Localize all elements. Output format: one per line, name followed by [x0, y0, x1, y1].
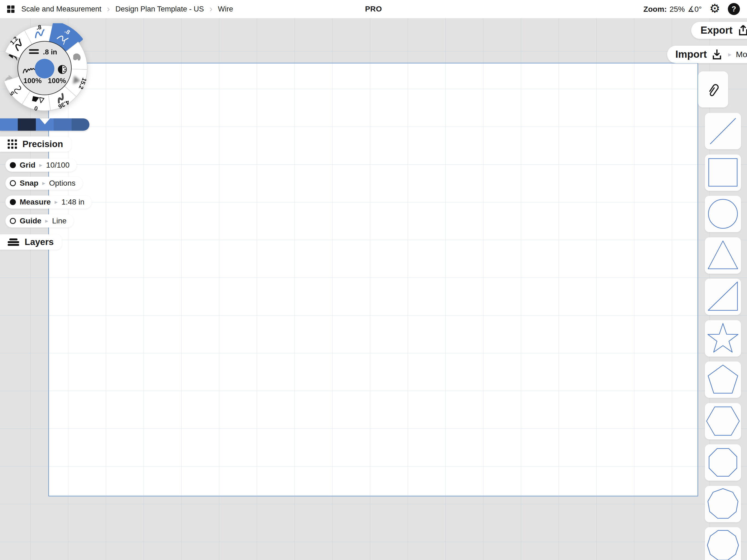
- shape-tool-star[interactable]: [705, 320, 741, 357]
- page-boundary: [48, 63, 698, 496]
- shape-tool-octagon[interactable]: [705, 444, 741, 481]
- status-dot-off-icon[interactable]: [10, 218, 16, 224]
- import-label: Import: [675, 49, 707, 60]
- triangle-icon: [708, 241, 738, 269]
- selected-color-notch-icon: [40, 119, 50, 124]
- wheel-segment-label: .8: [36, 24, 42, 31]
- more-button[interactable]: More: [736, 50, 747, 59]
- shape-tool-right-triangle[interactable]: [705, 279, 741, 315]
- precision-row-snap[interactable]: Snap▸Options: [5, 177, 83, 190]
- chevron-right-icon: ›: [107, 5, 110, 12]
- chevron-right-icon: ▸: [40, 162, 42, 168]
- row-value[interactable]: Options: [49, 179, 76, 187]
- breadcrumb-item[interactable]: Scale and Measurement: [21, 5, 101, 14]
- chevron-right-icon: ▸: [45, 218, 48, 224]
- import-download-icon: [711, 48, 723, 60]
- breadcrumb: Scale and Measurement›Design Plan Templa…: [7, 5, 233, 14]
- drawing-canvas[interactable]: 1.2.8.815.24.3605 .8 in 100% 100% Precis…: [0, 18, 747, 560]
- brush-size-value[interactable]: .8 in: [43, 48, 57, 56]
- settings-gear-icon[interactable]: ⚙: [710, 2, 720, 15]
- help-button[interactable]: ?: [728, 3, 740, 15]
- smoothing-value[interactable]: 100%: [24, 77, 42, 85]
- export-share-icon: [738, 24, 747, 36]
- pro-badge: PRO: [365, 0, 382, 18]
- shape-tool-hexagon[interactable]: [705, 403, 741, 439]
- shape-palette: [705, 113, 741, 560]
- color-swatch[interactable]: [72, 119, 89, 131]
- layers-stack-icon: [8, 238, 19, 246]
- star-icon: [708, 324, 738, 352]
- layers-title: Layers: [25, 237, 54, 247]
- shape-tool-decagon[interactable]: [705, 527, 741, 560]
- row-label: Measure: [20, 198, 51, 206]
- row-label: Snap: [20, 179, 38, 187]
- precision-dots-icon: [8, 139, 17, 149]
- line-icon: [711, 119, 736, 144]
- precision-title: Precision: [22, 139, 63, 149]
- attachment-tool[interactable]: [698, 71, 728, 107]
- color-swatch[interactable]: [54, 119, 71, 131]
- opacity-value[interactable]: 100%: [48, 77, 66, 85]
- export-button[interactable]: Export: [691, 22, 747, 39]
- gallery-grid-icon[interactable]: [7, 5, 14, 12]
- chevron-right-icon: ▸: [42, 180, 45, 186]
- zoom-value: 25%: [670, 5, 685, 14]
- right-triangle-icon: [708, 282, 738, 310]
- import-button[interactable]: Import ▸ More: [667, 46, 747, 63]
- zoom-label: Zoom:: [643, 5, 667, 14]
- paperclip-icon: [705, 81, 721, 98]
- chevron-right-icon: ›: [209, 5, 212, 12]
- rotation-value: ∡0°: [688, 5, 702, 14]
- shape-tool-triangle[interactable]: [705, 237, 741, 274]
- breadcrumb-item[interactable]: Design Plan Template - US: [115, 5, 204, 14]
- color-swatch[interactable]: [18, 119, 35, 131]
- row-value[interactable]: 1:48 in: [61, 198, 84, 206]
- status-dot-off-icon[interactable]: [10, 180, 16, 186]
- precision-row-grid[interactable]: Grid▸10/100: [5, 159, 77, 172]
- shape-tool-pentagon[interactable]: [705, 361, 741, 398]
- decagon-icon: [707, 531, 739, 560]
- precision-row-measure[interactable]: Measure▸1:48 in: [5, 196, 92, 209]
- circle-icon: [709, 199, 738, 228]
- row-label: Grid: [20, 161, 35, 170]
- status-dot-on-icon[interactable]: [10, 199, 16, 205]
- square-icon: [709, 159, 737, 186]
- row-value[interactable]: Line: [52, 217, 67, 225]
- color-swatch[interactable]: [0, 119, 18, 131]
- row-label: Guide: [20, 217, 41, 225]
- shape-tool-circle[interactable]: [705, 196, 741, 232]
- hexagon-icon: [706, 407, 739, 435]
- chevron-right-icon: ▸: [55, 199, 58, 205]
- tool-wheel[interactable]: 1.2.8.815.24.3605 .8 in 100% 100%: [0, 23, 96, 118]
- pentagon-icon: [708, 365, 738, 393]
- layers-panel-header[interactable]: Layers: [0, 234, 62, 250]
- shape-tool-square[interactable]: [705, 154, 741, 191]
- opacity-halftone-icon: [58, 65, 67, 74]
- export-label: Export: [700, 25, 732, 36]
- chevron-right-icon: ▸: [728, 51, 731, 58]
- shape-tool-line[interactable]: [705, 113, 741, 149]
- active-color-well[interactable]: [35, 59, 54, 78]
- octagon-icon: [709, 449, 737, 476]
- top-toolbar: Scale and Measurement›Design Plan Templa…: [0, 0, 747, 18]
- breadcrumb-item[interactable]: Wire: [218, 5, 233, 14]
- zoom-status[interactable]: Zoom: 25% ∡0°: [643, 5, 702, 14]
- precision-panel-header[interactable]: Precision: [0, 136, 71, 152]
- question-mark-icon: ?: [732, 5, 736, 14]
- row-value[interactable]: 10/100: [46, 161, 70, 170]
- nonagon-icon: [708, 489, 738, 518]
- shape-tool-nonagon[interactable]: [705, 486, 741, 522]
- precision-row-guide[interactable]: Guide▸Line: [5, 214, 74, 228]
- status-dot-on-icon[interactable]: [10, 162, 16, 168]
